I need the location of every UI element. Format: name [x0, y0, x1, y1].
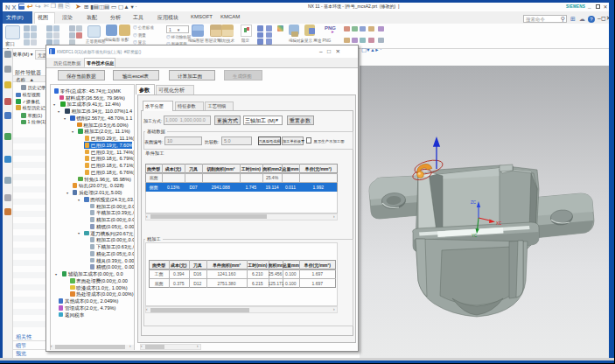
svg-text:ZC: ZC [471, 200, 477, 205]
svg-text:YC: YC [472, 234, 478, 238]
svg-text:XC: XC [496, 221, 502, 226]
